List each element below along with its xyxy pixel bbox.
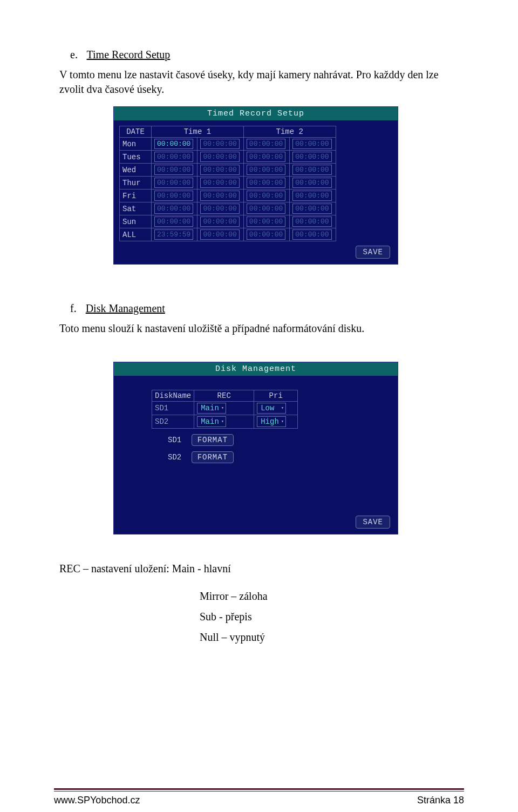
time-field[interactable]: 00:00:00 [154, 139, 193, 149]
section-f-paragraph: Toto menu slouží k nastavení uložiště a … [59, 321, 464, 336]
col-date: DATE [120, 126, 152, 138]
time-field[interactable]: 00:00:00 [200, 229, 239, 240]
sd1-label: SD1 [168, 436, 181, 444]
table-row: Fri 00:00:00 00:00:00 00:00:00 00:00:00 [120, 190, 336, 202]
time-field[interactable]: 00:00:00 [247, 216, 285, 227]
col-rec: REC [194, 390, 254, 402]
time-field[interactable]: 00:00:00 [247, 152, 285, 162]
page-footer: www.SPYobchod.cz Stránka 18 [0, 788, 518, 812]
save-button[interactable]: SAVE [356, 246, 390, 259]
table-header-row: DATE Time 1 Time 2 [120, 126, 336, 138]
time-field[interactable]: 00:00:00 [247, 204, 285, 214]
table-row: SD1 Main Low [152, 402, 298, 415]
time-field[interactable]: 00:00:00 [154, 191, 193, 201]
table-row: ALL 23:59:59 00:00:00 00:00:00 00:00:00 [120, 228, 336, 241]
timed-record-table: DATE Time 1 Time 2 Mon 00:00:00 00:00:00… [119, 126, 336, 241]
col-pri: Pri [254, 390, 298, 402]
section-e-heading: e. Time Record Setup [59, 49, 464, 61]
time-field[interactable]: 00:00:00 [200, 191, 239, 201]
time-field[interactable]: 00:00:00 [292, 191, 331, 201]
time-field[interactable]: 00:00:00 [247, 191, 285, 201]
time-field[interactable]: 00:00:00 [200, 178, 239, 188]
table-row: Wed 00:00:00 00:00:00 00:00:00 00:00:00 [120, 164, 336, 177]
pri-select[interactable]: High [257, 416, 286, 427]
time-field[interactable]: 00:00:00 [154, 216, 193, 227]
rec-settings-item: Mirror – záloha [200, 586, 464, 606]
time-field[interactable]: 00:00:00 [200, 152, 239, 162]
section-f-title: Disk Management [86, 302, 165, 314]
rec-settings-item: Null – vypnutý [200, 627, 464, 647]
section-e-paragraph: V tomto menu lze nastavit časové úseky, … [59, 67, 464, 97]
section-f-heading: f. Disk Management [59, 302, 464, 315]
time-field[interactable]: 00:00:00 [292, 178, 331, 188]
time-field[interactable]: 00:00:00 [247, 165, 285, 175]
time-field[interactable]: 00:00:00 [292, 152, 331, 162]
time-field[interactable]: 00:00:00 [154, 152, 193, 162]
sd2-label: SD2 [168, 453, 181, 462]
col-time2: Time 2 [243, 126, 336, 138]
rec-select[interactable]: Main [197, 416, 226, 427]
section-f-letter: f. [70, 302, 77, 315]
table-row: Tues 00:00:00 00:00:00 00:00:00 00:00:00 [120, 151, 336, 164]
time-field[interactable]: 00:00:00 [200, 165, 239, 175]
time-field[interactable]: 00:00:00 [292, 204, 331, 214]
col-time1: Time 1 [152, 126, 244, 138]
format-button[interactable]: FORMAT [192, 451, 234, 463]
disk-table: DiskName REC Pri SD1 Main Low SD2 Main H… [152, 390, 298, 429]
table-row: SD2 Main High [152, 415, 298, 429]
save-button[interactable]: SAVE [356, 516, 390, 529]
footer-page-number: Stránka 18 [417, 795, 464, 806]
time-field[interactable]: 00:00:00 [292, 165, 331, 175]
time-field[interactable]: 00:00:00 [154, 165, 193, 175]
time-field[interactable]: 00:00:00 [154, 178, 193, 188]
timed-record-screenshot: Timed Record Setup DATE Time 1 Time 2 Mo… [113, 106, 398, 265]
time-field[interactable]: 00:00:00 [200, 204, 239, 214]
time-field[interactable]: 00:00:00 [292, 216, 331, 227]
time-field[interactable]: 00:00:00 [292, 229, 331, 240]
col-diskname: DiskName [152, 390, 194, 402]
disk-shot-title: Disk Management [114, 362, 398, 376]
time-field[interactable]: 00:00:00 [247, 178, 285, 188]
table-row: Sun 00:00:00 00:00:00 00:00:00 00:00:00 [120, 215, 336, 228]
time-field[interactable]: 00:00:00 [247, 229, 285, 240]
format-row: SD2 FORMAT [168, 451, 392, 463]
format-row: SD1 FORMAT [168, 434, 392, 446]
time-field[interactable]: 23:59:59 [154, 229, 193, 240]
table-row: Thur 00:00:00 00:00:00 00:00:00 00:00:00 [120, 177, 336, 190]
section-e-letter: e. [70, 49, 78, 61]
rec-settings-lead: REC – nastavení uložení: Main - hlavní [59, 561, 464, 576]
time-field[interactable]: 00:00:00 [200, 139, 239, 149]
time-field[interactable]: 00:00:00 [292, 139, 331, 149]
section-e-title: Time Record Setup [87, 49, 171, 60]
rec-settings-item: Sub - přepis [200, 606, 464, 627]
time-field[interactable]: 00:00:00 [247, 139, 285, 149]
table-header-row: DiskName REC Pri [152, 390, 298, 402]
disk-management-screenshot: Disk Management DiskName REC Pri SD1 Mai… [113, 362, 398, 534]
time-field[interactable]: 00:00:00 [154, 204, 193, 214]
timed-shot-title: Timed Record Setup [114, 107, 398, 120]
table-row: Mon 00:00:00 00:00:00 00:00:00 00:00:00 [120, 138, 336, 151]
table-row: Sat 00:00:00 00:00:00 00:00:00 00:00:00 [120, 202, 336, 215]
footer-url: www.SPYobchod.cz [54, 795, 140, 806]
rec-select[interactable]: Main [197, 403, 226, 414]
format-button[interactable]: FORMAT [192, 434, 234, 446]
pri-select[interactable]: Low [257, 403, 286, 414]
time-field[interactable]: 00:00:00 [200, 216, 239, 227]
